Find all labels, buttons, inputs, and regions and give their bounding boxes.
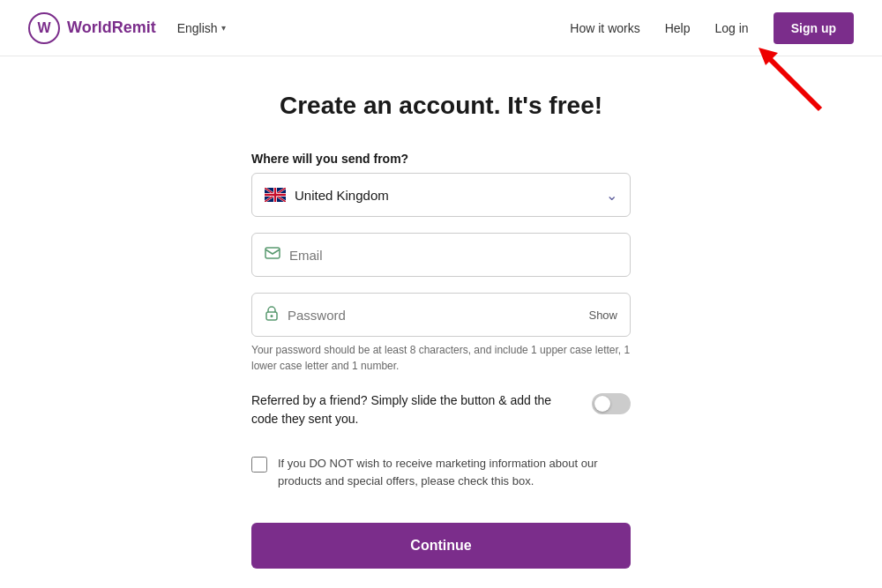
referral-section: Referred by a friend? Simply slide the b… xyxy=(251,391,631,428)
referral-toggle[interactable] xyxy=(592,393,631,414)
password-hint: Your password should be at least 8 chara… xyxy=(251,342,631,374)
continue-button[interactable]: Continue xyxy=(251,523,631,569)
svg-point-5 xyxy=(271,315,273,317)
marketing-checkbox[interactable] xyxy=(251,457,267,473)
country-label: Where will you send from? xyxy=(251,152,631,166)
email-field[interactable] xyxy=(289,248,617,263)
header: W WorldRemit English ▾ How it works Help… xyxy=(0,0,882,56)
logo-icon: W xyxy=(28,12,60,44)
language-label: English xyxy=(177,21,218,35)
password-input-wrapper: Show xyxy=(251,293,631,337)
logo-wordmark: WorldRemit xyxy=(67,19,156,37)
language-selector[interactable]: English ▾ xyxy=(177,21,226,35)
country-selector[interactable]: United Kingdom ⌄ xyxy=(251,173,631,217)
country-value: United Kingdom xyxy=(295,188,606,203)
lock-icon xyxy=(265,305,279,324)
uk-flag-icon xyxy=(265,188,286,202)
svg-rect-3 xyxy=(265,248,280,258)
chevron-down-icon: ⌄ xyxy=(606,187,617,204)
toggle-thumb xyxy=(594,396,610,412)
marketing-section: If you DO NOT wish to receive marketing … xyxy=(251,446,631,498)
chevron-down-icon: ▾ xyxy=(221,23,226,33)
help-link[interactable]: Help xyxy=(665,21,691,35)
page-title: Create an account. It's free! xyxy=(280,92,602,120)
logo[interactable]: W WorldRemit xyxy=(28,12,156,44)
email-icon xyxy=(265,247,280,263)
main-nav: How it works Help Log in Sign up xyxy=(570,12,854,44)
show-password-button[interactable]: Show xyxy=(588,309,617,322)
referral-text: Referred by a friend? Simply slide the b… xyxy=(251,391,578,428)
how-it-works-link[interactable]: How it works xyxy=(570,21,639,35)
login-link[interactable]: Log in xyxy=(715,21,749,35)
password-field[interactable] xyxy=(288,308,588,323)
marketing-text: If you DO NOT wish to receive marketing … xyxy=(278,455,631,489)
main-content: Create an account. It's free! Where will… xyxy=(0,56,882,588)
signup-button[interactable]: Sign up xyxy=(774,12,854,44)
signup-form: Where will you send from? United Kingdom… xyxy=(251,152,631,588)
email-input-wrapper xyxy=(251,233,631,277)
